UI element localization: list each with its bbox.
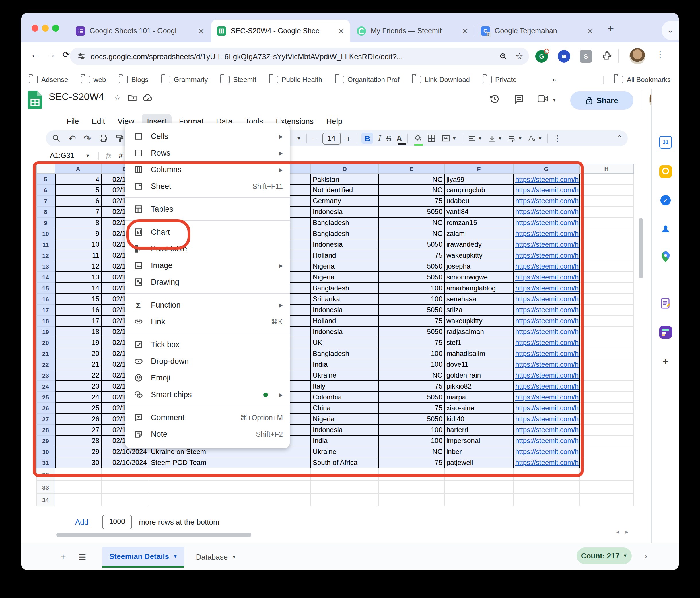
bookmark-item[interactable]: web: [81, 75, 106, 83]
cell-F9[interactable]: romzan15: [445, 218, 514, 228]
browser-tab-3[interactable]: My Friends — Steemit✕: [351, 20, 474, 43]
cell-G32[interactable]: [514, 468, 579, 481]
cell-E26[interactable]: 75: [379, 403, 445, 414]
all-sheets-icon[interactable]: ☰: [79, 552, 86, 562]
sheets-logo-icon[interactable]: [28, 91, 43, 110]
cell-G24[interactable]: https://steemit.com/hi: [514, 381, 579, 392]
row-header-7[interactable]: 7: [36, 196, 55, 207]
row-header-25[interactable]: 25: [36, 392, 55, 403]
cell-H33[interactable]: [579, 481, 634, 494]
cell-D6[interactable]: Not identified: [311, 185, 379, 196]
cell-A19[interactable]: 18: [55, 327, 102, 338]
cell-F22[interactable]: dove11: [445, 359, 514, 370]
cell-F26[interactable]: xiao-aine: [445, 403, 514, 414]
cell-C34[interactable]: [149, 494, 311, 506]
cell-G6[interactable]: https://steemit.com/hi: [514, 185, 579, 196]
row-header-24[interactable]: 24: [36, 381, 55, 392]
cell-E34[interactable]: [379, 494, 445, 506]
menubar-item-help[interactable]: Help: [321, 114, 347, 128]
cell-G22[interactable]: https://steemit.com/hi: [514, 359, 579, 370]
side-panel-collapse-icon[interactable]: ›: [644, 551, 647, 561]
column-header-D[interactable]: D: [311, 164, 379, 174]
cell-D9[interactable]: Bangladesh: [311, 218, 379, 228]
cell-D24[interactable]: Italy: [311, 381, 379, 392]
cell-D28[interactable]: Indonesia: [311, 425, 379, 435]
cell-F13[interactable]: josepha: [445, 261, 514, 272]
spreadsheet-grid[interactable]: ABCDEFGH5402/10/2024PakistanNCjiya99http…: [21, 163, 650, 543]
row-header-10[interactable]: 10: [36, 228, 55, 239]
version-history-icon[interactable]: [489, 94, 500, 104]
tab-close-icon[interactable]: ✕: [198, 27, 204, 35]
cell-D5[interactable]: Pakistan: [311, 174, 379, 185]
docs-addon-icon[interactable]: [659, 297, 672, 309]
browser-tab-2[interactable]: SEC-S20W4 - Google Shee✕: [211, 20, 350, 43]
cell-H15[interactable]: [579, 283, 634, 294]
video-call-icon[interactable]: [538, 94, 549, 103]
cell-F21[interactable]: mahadisalim: [445, 348, 514, 359]
cell-F23[interactable]: golden-rain: [445, 370, 514, 381]
cell-E32[interactable]: [379, 468, 445, 481]
cell-E7[interactable]: 75: [379, 196, 445, 207]
cell-A18[interactable]: 17: [55, 316, 102, 327]
bookmark-star-icon[interactable]: ☆: [516, 51, 523, 61]
cell-E13[interactable]: 5050: [379, 261, 445, 272]
cell-F31[interactable]: patjewell: [445, 457, 514, 468]
cell-C33[interactable]: [149, 481, 311, 494]
cell-E12[interactable]: 75: [379, 250, 445, 261]
maps-icon[interactable]: [659, 251, 672, 264]
cell-A23[interactable]: 22: [55, 370, 102, 381]
cell-H34[interactable]: [579, 494, 634, 506]
cell-A17[interactable]: 16: [55, 305, 102, 316]
star-icon[interactable]: ☆: [114, 94, 121, 102]
cell-E11[interactable]: 5050: [379, 239, 445, 250]
cell-F7[interactable]: udabeu: [445, 196, 514, 207]
bookmark-item[interactable]: Public Health: [269, 75, 322, 83]
redo-icon[interactable]: ↷: [83, 133, 91, 144]
cell-D14[interactable]: Nigeria: [311, 272, 379, 283]
calendar-icon[interactable]: 31: [659, 136, 672, 149]
row-header-27[interactable]: 27: [36, 414, 55, 425]
cell-A15[interactable]: 14: [55, 283, 102, 294]
add-rows-button[interactable]: Add: [75, 517, 89, 526]
cell-H14[interactable]: [579, 272, 634, 283]
column-header-F[interactable]: F: [445, 164, 514, 174]
cell-H25[interactable]: [579, 392, 634, 403]
insert-menu-item-smart-chips[interactable]: Smart chips▶: [125, 386, 290, 403]
cell-G18[interactable]: https://steemit.com/hi: [514, 316, 579, 327]
cell-B32[interactable]: [102, 468, 149, 481]
borders-button[interactable]: [427, 134, 436, 143]
cell-H20[interactable]: [579, 338, 634, 348]
cell-A29[interactable]: 28: [55, 435, 102, 447]
cell-G20[interactable]: https://steemit.com/hi: [514, 338, 579, 348]
tune-icon[interactable]: [77, 52, 86, 61]
cell-G30[interactable]: https://steemit.com/hi: [514, 447, 579, 457]
cell-H8[interactable]: [579, 207, 634, 218]
scroll-right-icon[interactable]: ▸: [625, 529, 628, 535]
row-header-6[interactable]: 6: [36, 185, 55, 196]
insert-menu-item-pivot-table[interactable]: Pivot table: [125, 241, 290, 257]
text-rotation-button[interactable]: ▼: [528, 134, 543, 143]
tab-close-icon[interactable]: ✕: [462, 27, 468, 35]
cell-E5[interactable]: NC: [379, 174, 445, 185]
cell-D34[interactable]: [311, 494, 379, 506]
cell-F14[interactable]: simonnwigwe: [445, 272, 514, 283]
cell-F24[interactable]: pikkio82: [445, 381, 514, 392]
video-call-caret-icon[interactable]: ▼: [552, 98, 556, 103]
row-header-13[interactable]: 13: [36, 261, 55, 272]
comment-history-icon[interactable]: [514, 94, 524, 104]
cell-D16[interactable]: SriLanka: [311, 294, 379, 305]
bookmark-item[interactable]: Link Download: [412, 75, 470, 83]
cell-D15[interactable]: Bangladesh: [311, 283, 379, 294]
grammarly-extension-icon[interactable]: G: [535, 50, 548, 63]
toolbar-more-kebab-icon[interactable]: ⋮: [553, 134, 561, 143]
insert-menu-item-columns[interactable]: Columns▶: [125, 161, 290, 178]
increase-font-button[interactable]: +: [346, 133, 351, 143]
cell-E30[interactable]: NC: [379, 447, 445, 457]
insert-menu-item-rows[interactable]: Rows▶: [125, 145, 290, 161]
row-header-11[interactable]: 11: [36, 239, 55, 250]
cell-D8[interactable]: Indonesia: [311, 207, 379, 218]
sheet-tab-database[interactable]: Database ▼: [196, 553, 236, 561]
back-icon[interactable]: ←: [30, 49, 40, 60]
row-header-12[interactable]: 12: [36, 250, 55, 261]
cell-A13[interactable]: 12: [55, 261, 102, 272]
